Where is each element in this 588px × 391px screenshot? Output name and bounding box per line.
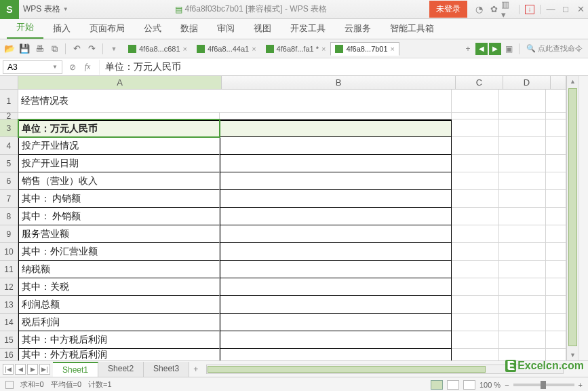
sheet-prev-button[interactable]: ◀: [15, 364, 26, 375]
cell-D8[interactable]: [499, 208, 546, 225]
cell-A15[interactable]: 其中：中方税后利润: [18, 331, 220, 349]
cell-A5[interactable]: 投产开业日期: [18, 155, 220, 172]
cell-B9[interactable]: [220, 225, 452, 243]
cell-D9[interactable]: [499, 225, 546, 243]
cell-D12[interactable]: [499, 278, 546, 296]
sheet-tab-3[interactable]: Sheet3: [144, 362, 189, 377]
cell-14[interactable]: [546, 314, 566, 331]
menu-dropdown-icon[interactable]: ▼: [107, 42, 121, 56]
undo-icon[interactable]: ↶: [70, 42, 83, 56]
sheet-last-button[interactable]: ▶|: [39, 364, 50, 375]
close-icon[interactable]: ×: [252, 45, 256, 53]
ribbon-tab-start[interactable]: 开始: [7, 17, 43, 39]
login-button[interactable]: 未登录: [429, 1, 467, 18]
cell-A4[interactable]: 投产开业情况: [18, 137, 220, 155]
cell-16[interactable]: [546, 349, 566, 360]
cell-C2[interactable]: [452, 113, 498, 119]
add-sheet-button[interactable]: +: [189, 365, 202, 374]
open-icon[interactable]: 📂: [3, 42, 16, 56]
col-header-B[interactable]: B: [222, 76, 456, 89]
cell-D15[interactable]: [499, 331, 546, 349]
cell-9[interactable]: [546, 225, 566, 243]
tab-prev-button[interactable]: ◀: [475, 43, 488, 55]
feedback-icon[interactable]: ✿: [486, 2, 501, 17]
cell-D3[interactable]: [499, 119, 546, 137]
row-header[interactable]: 7: [0, 190, 18, 208]
row-header[interactable]: 1: [0, 90, 18, 113]
ad-icon[interactable]: ▥ ▾: [501, 2, 516, 17]
row-header[interactable]: 15: [0, 331, 18, 349]
cell-B15[interactable]: [220, 331, 452, 349]
cell-B11[interactable]: [220, 261, 452, 278]
row-header[interactable]: 11: [0, 261, 18, 278]
cell-13[interactable]: [546, 296, 566, 314]
close-button[interactable]: ✕: [573, 2, 588, 17]
row-header[interactable]: 6: [0, 172, 18, 190]
command-search[interactable]: 🔍 点此查找命令: [526, 43, 588, 54]
cell-B6[interactable]: [220, 172, 452, 190]
doc-tab-0[interactable]: 4f6a8...c681×: [123, 42, 192, 56]
cell-D10[interactable]: [499, 243, 546, 261]
cell-C7[interactable]: [452, 190, 498, 208]
col-header-extra[interactable]: [551, 76, 566, 89]
app-name-dropdown[interactable]: WPS 表格 ▼: [19, 3, 73, 15]
row-header[interactable]: 4: [0, 137, 18, 155]
cell-7[interactable]: [546, 190, 566, 208]
scroll-down-icon[interactable]: ▼: [567, 350, 579, 360]
ribbon-tab-view[interactable]: 视图: [244, 18, 281, 39]
row-header[interactable]: 12: [0, 278, 18, 296]
cell-B14[interactable]: [220, 314, 452, 331]
cell-D4[interactable]: [499, 137, 546, 155]
cell-B12[interactable]: [220, 278, 452, 296]
cell-10[interactable]: [546, 243, 566, 261]
row-header[interactable]: 3: [0, 119, 18, 137]
cancel-icon[interactable]: ⊘: [65, 62, 80, 72]
redo-icon[interactable]: ↷: [85, 42, 98, 56]
cell-C8[interactable]: [452, 208, 498, 225]
cell-A14[interactable]: 税后利润: [18, 314, 220, 331]
cell-3[interactable]: [546, 119, 566, 137]
cell-C13[interactable]: [452, 296, 498, 314]
save-icon[interactable]: 💾: [18, 42, 31, 56]
zoom-knob[interactable]: [541, 381, 546, 389]
sheet-tab-1[interactable]: Sheet1: [53, 362, 98, 377]
cell[interactable]: [546, 90, 566, 113]
cell-C9[interactable]: [452, 225, 498, 243]
cell-B13[interactable]: [220, 296, 452, 314]
cell-D6[interactable]: [499, 172, 546, 190]
cell-C12[interactable]: [452, 278, 498, 296]
cell-D14[interactable]: [499, 314, 546, 331]
cell-D5[interactable]: [499, 155, 546, 172]
cell-D16[interactable]: [499, 349, 546, 360]
cell-A2[interactable]: [18, 113, 220, 119]
row-header[interactable]: 13: [0, 296, 18, 314]
cell-C10[interactable]: [452, 243, 498, 261]
doc-tab-2[interactable]: 4f6a8f...fa1 *×: [261, 42, 331, 56]
cell-A9[interactable]: 服务营业额: [18, 225, 220, 243]
row-header[interactable]: 10: [0, 243, 18, 261]
cell-15[interactable]: [546, 331, 566, 349]
ribbon-tab-cloud[interactable]: 云服务: [335, 18, 380, 39]
close-icon[interactable]: ×: [321, 45, 326, 53]
cell-6[interactable]: [546, 172, 566, 190]
minimize-button[interactable]: —: [543, 2, 558, 17]
maximize-button[interactable]: □: [558, 2, 573, 17]
view-normal-button[interactable]: [431, 380, 443, 390]
ribbon-tab-review[interactable]: 审阅: [208, 18, 244, 39]
print-icon[interactable]: 🖶: [33, 42, 46, 56]
view-page-button[interactable]: [447, 380, 459, 390]
cell-A3[interactable]: 单位：万元人民币: [18, 119, 220, 137]
cell-A10[interactable]: 其中：外汇营业额: [18, 243, 220, 261]
cell-5[interactable]: [546, 155, 566, 172]
new-tab-button[interactable]: +: [462, 43, 474, 55]
cell-A16[interactable]: 其中：外方税后利润: [18, 349, 220, 360]
fx-button[interactable]: fx: [80, 62, 95, 72]
cell-C6[interactable]: [452, 172, 498, 190]
ribbon-tab-insert[interactable]: 插入: [43, 18, 80, 39]
view-break-button[interactable]: [463, 380, 475, 390]
cell-A13[interactable]: 利润总额: [18, 296, 220, 314]
cell-D13[interactable]: [499, 296, 546, 314]
cell-C5[interactable]: [452, 155, 498, 172]
name-box[interactable]: A3 ▼: [3, 60, 62, 74]
sheet-next-button[interactable]: ▶: [27, 364, 38, 375]
